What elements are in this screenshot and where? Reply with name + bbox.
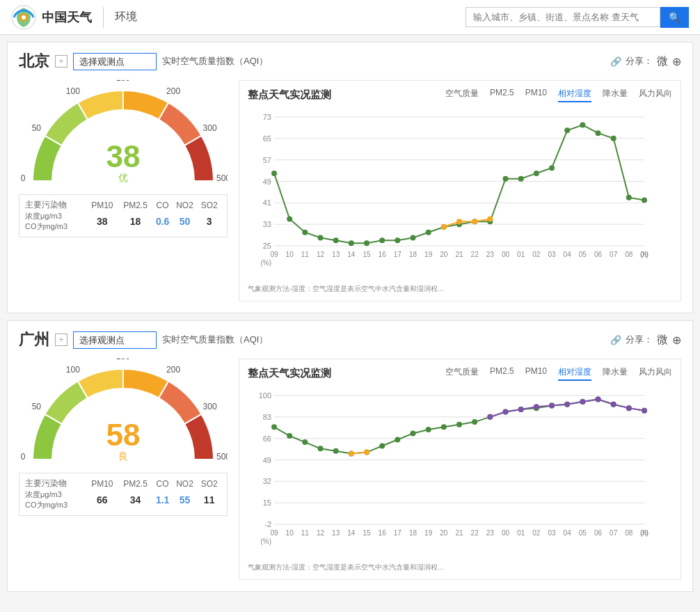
weibo-icon[interactable]: 微 [657, 54, 668, 69]
svg-point-51 [379, 237, 385, 243]
chart-tab-风力风向[interactable]: 风力风向 [639, 88, 672, 102]
svg-text:18: 18 [409, 251, 417, 258]
pollutant-value-SO2: 3 [197, 211, 221, 233]
svg-text:00: 00 [502, 251, 510, 258]
svg-text:65: 65 [263, 134, 271, 143]
svg-text:04: 04 [564, 529, 572, 537]
svg-point-114 [271, 424, 277, 430]
chart-tab-PM10[interactable]: PM10 [525, 88, 547, 102]
svg-point-124 [426, 427, 431, 432]
pollutant-header-NO2: NO2 [173, 199, 198, 211]
gauge-section-beijing: 38 优 主要污染物 PM10PM2.5CONO2SO2 浓度μg/m3CO为m… [19, 80, 228, 301]
header-divider [103, 7, 104, 28]
chart-tab-相对湿度[interactable]: 相对湿度 [558, 88, 591, 102]
observe-select-beijing[interactable]: 选择观测点 [73, 53, 157, 70]
chart-area-beijing: 7365574941332509101112131415161718192021… [248, 107, 672, 283]
svg-point-146 [564, 402, 570, 407]
svg-point-71 [472, 219, 477, 224]
city-name-beijing: 北京 [19, 51, 49, 72]
svg-point-144 [534, 404, 539, 409]
svg-text:16: 16 [379, 529, 387, 537]
svg-text:57: 57 [263, 156, 271, 164]
share-area-guangzhou: 🔗 分享： 微 ⊕ [610, 333, 681, 347]
chart-header-guangzhou: 整点天气实况监测 空气质量PM2.5PM10相对湿度降水量风力风向 [248, 366, 672, 381]
svg-text:19: 19 [424, 251, 433, 258]
svg-text:12: 12 [317, 529, 325, 537]
pollutant-value-SO2: 11 [197, 489, 221, 511]
svg-point-63 [564, 127, 570, 133]
chart-area-guangzhou: 1008366493215-20910111213141516171819202… [248, 385, 672, 561]
svg-point-141 [487, 414, 493, 420]
svg-point-123 [411, 430, 416, 436]
wechat-icon[interactable]: ⊕ [672, 334, 681, 347]
weibo-icon[interactable]: 微 [657, 333, 668, 347]
svg-text:(%): (%) [260, 259, 271, 267]
pollutant-value-NO2: 50 [173, 211, 198, 233]
chart-tab-降水量[interactable]: 降水量 [603, 88, 628, 102]
pollutant-value-PM2.5: 34 [118, 489, 153, 511]
pollutant-value-PM10: 38 [86, 211, 118, 233]
chart-title-beijing: 整点天气实况监测 [248, 88, 331, 102]
pollutant-value-CO: 1.1 [153, 489, 173, 511]
pollutant-header-PM10: PM10 [86, 478, 118, 489]
header: 中国天气 环境 🔍 [0, 0, 700, 35]
svg-text:10: 10 [286, 529, 294, 537]
search-button[interactable]: 🔍 [660, 7, 689, 28]
pollutant-unit: 浓度μg/m3CO为mg/m3 [25, 211, 86, 233]
wechat-icon[interactable]: ⊕ [672, 55, 681, 68]
svg-point-127 [472, 419, 477, 425]
pollutant-value-PM2.5: 18 [118, 211, 153, 233]
observe-select-guangzhou[interactable]: 选择观测点 [73, 331, 157, 349]
chart-section-beijing: 整点天气实况监测 空气质量PM2.5PM10相对湿度降水量风力风向 736557… [239, 80, 681, 301]
pollutant-value-CO: 0.6 [153, 211, 173, 233]
svg-point-52 [395, 237, 400, 243]
svg-point-47 [318, 235, 324, 240]
svg-point-149 [611, 402, 617, 407]
svg-text:01: 01 [517, 251, 525, 258]
svg-point-151 [642, 408, 647, 414]
logo: 中国天气 [11, 5, 92, 30]
gauge-value-guangzhou: 58 良 [106, 420, 141, 463]
svg-point-121 [379, 444, 385, 449]
chart-tab-空气质量[interactable]: 空气质量 [445, 366, 479, 381]
svg-text:10: 10 [286, 251, 294, 258]
plus-btn-guangzhou[interactable]: + [55, 334, 67, 346]
svg-text:100: 100 [259, 391, 271, 400]
svg-point-54 [426, 230, 431, 235]
svg-point-60 [518, 176, 524, 182]
chart-note-beijing: 气象观测方法-湿度：空气湿度是表示空气中水汽含量和湿润程... [248, 284, 672, 294]
gauge-number-beijing: 38 [106, 141, 141, 172]
share-icon: 🔗 [610, 335, 621, 345]
svg-text:04: 04 [564, 251, 572, 258]
svg-text:08: 08 [625, 251, 633, 258]
chart-tab-PM10[interactable]: PM10 [525, 366, 547, 381]
share-area-beijing: 🔗 分享： 微 ⊕ [610, 54, 681, 69]
svg-point-48 [333, 237, 339, 243]
chart-tabs-guangzhou: 空气质量PM2.5PM10相对湿度降水量风力风向 [445, 366, 672, 381]
aqi-label-beijing: 实时空气质量指数（AQI） [162, 55, 268, 68]
pollutants-section-guangzhou: 主要污染物 PM10PM2.5CONO2SO2 浓度μg/m3CO为mg/m3 … [19, 473, 228, 516]
svg-point-53 [411, 235, 416, 240]
svg-text:14: 14 [347, 251, 356, 258]
svg-text:08: 08 [625, 529, 633, 537]
svg-text:20: 20 [440, 529, 448, 537]
chart-tab-降水量[interactable]: 降水量 [603, 366, 628, 381]
pollutants-section-beijing: 主要污染物 PM10PM2.5CONO2SO2 浓度μg/m3CO为mg/m3 … [19, 194, 228, 237]
svg-point-70 [456, 219, 462, 224]
chart-tab-PM2.5[interactable]: PM2.5 [490, 366, 514, 381]
chart-tab-PM2.5[interactable]: PM2.5 [490, 88, 514, 102]
chart-tab-风力风向[interactable]: 风力风向 [639, 366, 672, 381]
search-input[interactable] [466, 7, 660, 27]
svg-text:-2: -2 [264, 520, 271, 528]
svg-point-45 [287, 216, 292, 221]
chart-tab-相对湿度[interactable]: 相对湿度 [558, 366, 591, 381]
svg-point-46 [302, 230, 308, 235]
pollutant-header-PM2.5: PM2.5 [118, 199, 153, 211]
svg-point-72 [487, 216, 493, 221]
pollutant-label-header: 主要污染物 [25, 199, 86, 211]
chart-tabs-beijing: 空气质量PM2.5PM10相对湿度降水量风力风向 [445, 88, 672, 102]
plus-btn-beijing[interactable]: + [55, 55, 67, 68]
cities-container: 北京 + 选择观测点 实时空气质量指数（AQI） 🔗 分享： 微 ⊕ 38 优 [0, 42, 700, 592]
svg-point-140 [364, 450, 369, 455]
chart-tab-空气质量[interactable]: 空气质量 [445, 88, 479, 102]
